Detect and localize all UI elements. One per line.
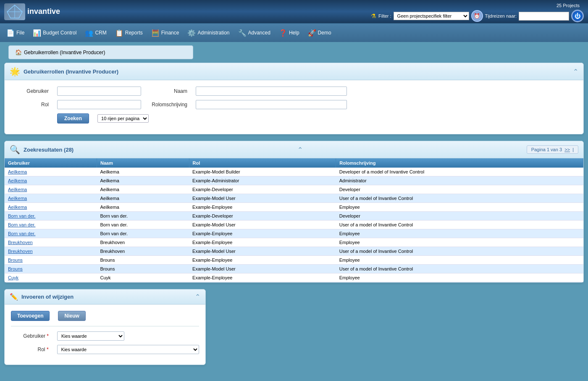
gebruiker-cell[interactable]: Breukhoven: [5, 238, 97, 247]
next-page-link[interactable]: >>: [564, 147, 570, 152]
nav-item-help[interactable]: ❓ Help: [275, 25, 304, 40]
gebruiker-cell[interactable]: Aeilkema: [5, 168, 97, 176]
results-panel: 🔍 Zoekresultaten (28) ⌃ Pagina 1 van 3 >…: [4, 141, 584, 283]
gebruiker-label: Gebruiker: [11, 88, 49, 94]
naam-cell: Aeilkema: [97, 168, 189, 176]
gebruiker-input[interactable]: [57, 87, 141, 96]
naam-cell: Breukhoven: [97, 238, 189, 247]
gebruiker-cell[interactable]: Born van der.: [5, 212, 97, 221]
gebruiker-cell[interactable]: Breukhoven: [5, 247, 97, 256]
nav-item-administration[interactable]: ⚙️ Administration: [183, 25, 234, 40]
rolomschrijving-cell: Developer of a model of Invantive Contro…: [336, 168, 583, 176]
rol-label: Rol: [11, 102, 49, 108]
finance-icon: 🧮: [151, 29, 160, 37]
rolomschrijving-cell: User of a model of Invantive Control: [336, 247, 583, 256]
naam-cell: Aeilkema: [97, 176, 189, 185]
filter-select[interactable]: Geen projectspecifiek filter: [394, 12, 469, 20]
tijdreizen-label: Tijdreizen naar:: [485, 13, 517, 18]
results-table: Gebruiker Naam Rol Rolomschrijving Aeilk…: [5, 158, 583, 282]
naam-cell: Brouns: [97, 256, 189, 265]
gebruiker-cell[interactable]: Aeilkema: [5, 185, 97, 194]
nav-item-crm[interactable]: 👥 CRM: [81, 25, 110, 40]
rolomschrijving-cell: User of a model of Invantive Control: [336, 221, 583, 229]
home-icon: 🏠: [15, 49, 22, 55]
nieuw-button[interactable]: Nieuw: [58, 311, 85, 321]
rol-input[interactable]: [57, 100, 141, 109]
nav-label-administration: Administration: [197, 30, 229, 36]
invoer-panel-collapse[interactable]: ⌃: [195, 293, 200, 301]
naam-input[interactable]: [196, 87, 347, 96]
results-panel-body: Gebruiker Naam Rol Rolomschrijving Aeilk…: [5, 158, 583, 282]
power-button[interactable]: ⏻: [571, 10, 584, 22]
last-page-link[interactable]: |: [572, 147, 574, 152]
rolomschrijving-cell: User of a model of Invantive Control: [336, 194, 583, 203]
invoer-panel-body: Toevoegen Nieuw Gebruiker * Kies waarde …: [5, 305, 205, 365]
results-panel-icon: 🔍: [10, 145, 20, 155]
rolomschrijving-cell: Employee: [336, 203, 583, 212]
content-area: 🏠 Gebruikerrollen (Invantive Producer) 🌟…: [0, 45, 588, 369]
invoer-btn-row: Toevoegen Nieuw: [11, 311, 199, 321]
table-row: BreukhovenBreukhovenExample-EmployeeEmpl…: [5, 238, 583, 247]
logo-icon: [4, 3, 25, 20]
invoer-rol-label: Rol *: [11, 347, 49, 352]
form-row-rol-rolomschrijving: Rol Rolomschrijving: [11, 100, 577, 109]
rolomschrijving-cell: Administrator: [336, 176, 583, 185]
gebruiker-cell[interactable]: Aeilkema: [5, 176, 97, 185]
rolomschrijving-input[interactable]: [196, 100, 347, 109]
results-panel-header: 🔍 Zoekresultaten (28) ⌃ Pagina 1 van 3 >…: [5, 141, 583, 158]
gebruiker-cell[interactable]: Born van der.: [5, 221, 97, 229]
gebruiker-cell[interactable]: Brouns: [5, 256, 97, 265]
rol-cell: Example-Model Builder: [189, 168, 336, 176]
nav-label-finance: Finance: [161, 30, 179, 36]
per-pagina-select[interactable]: 10 rijen per pagina: [97, 114, 149, 123]
pagination-text: Pagina 1 van 3: [531, 147, 562, 152]
toevoegen-button[interactable]: Toevoegen: [11, 311, 50, 321]
col-header-naam: Naam: [97, 158, 189, 168]
rol-cell: Example-Employee: [189, 229, 336, 238]
invoer-panel: ✏️ Invoeren of wijzigen ⌃ Toevoegen Nieu…: [4, 289, 206, 365]
rolomschrijving-cell: Developer: [336, 185, 583, 194]
search-panel: 🌟 Gebruikerrollen (Invantive Producer) ⌃…: [4, 63, 584, 134]
nav-item-demo[interactable]: 🚀 Demo: [304, 25, 336, 40]
budget-icon: 📊: [33, 29, 41, 37]
logo-text: invantive: [27, 7, 60, 16]
nav-item-file[interactable]: 📄 File: [2, 25, 29, 40]
naam-cell: Cuyk: [97, 273, 189, 282]
nav-label-reports: Reports: [125, 30, 143, 36]
tijdreizen-input[interactable]: [519, 12, 569, 21]
gebruiker-cell[interactable]: Born van der.: [5, 229, 97, 238]
zoeken-button[interactable]: Zoeken: [57, 113, 89, 123]
filter-icon: ⚗: [371, 13, 376, 19]
gebruiker-cell[interactable]: Aeilkema: [5, 203, 97, 212]
gebruiker-cell[interactable]: Brouns: [5, 265, 97, 273]
nav-label-demo: Demo: [318, 30, 331, 36]
invoer-panel-icon: ✏️: [10, 293, 18, 301]
invoer-panel-title: Invoeren of wijzigen: [21, 294, 74, 300]
gebruiker-cell[interactable]: Aeilkema: [5, 194, 97, 203]
gebruiker-kies-select[interactable]: Kies waarde: [57, 331, 124, 341]
naam-cell: Aeilkema: [97, 194, 189, 203]
nav-item-reports[interactable]: 📋 Reports: [111, 25, 147, 40]
nav-item-budget[interactable]: 📊 Budget Control: [29, 25, 81, 40]
naam-cell: Brouns: [97, 265, 189, 273]
table-row: BrounsBrounsExample-EmployeeEmployee: [5, 256, 583, 265]
naam-cell: Born van der.: [97, 221, 189, 229]
results-panel-collapse[interactable]: ⌃: [297, 146, 303, 154]
naam-cell: Born van der.: [97, 229, 189, 238]
rolomschrijving-cell: Developer: [336, 212, 583, 221]
search-panel-collapse[interactable]: ⌃: [573, 68, 578, 76]
breadcrumb: 🏠 Gebruikerrollen (Invantive Producer): [8, 45, 193, 59]
table-row: CuykCuykExample-EmployeeEmployee: [5, 273, 583, 282]
filter-label: Filter :: [378, 13, 391, 18]
nav-item-finance[interactable]: 🧮 Finance: [147, 25, 184, 40]
nav-item-advanced[interactable]: 🔧 Advanced: [234, 25, 275, 40]
rol-kies-select[interactable]: Kies waarde: [57, 345, 199, 354]
search-panel-body: Gebruiker Naam Rol Rolomschrijving Zoeke…: [5, 80, 583, 134]
col-header-rol: Rol: [189, 158, 336, 168]
gebruiker-cell[interactable]: Cuyk: [5, 273, 97, 282]
administration-icon: ⚙️: [187, 29, 196, 37]
table-row: AeilkemaAeilkemaExample-AdministratorAdm…: [5, 176, 583, 185]
nav-label-crm: CRM: [95, 30, 106, 36]
nav-label-budget: Budget Control: [43, 30, 76, 36]
naam-cell: Aeilkema: [97, 203, 189, 212]
